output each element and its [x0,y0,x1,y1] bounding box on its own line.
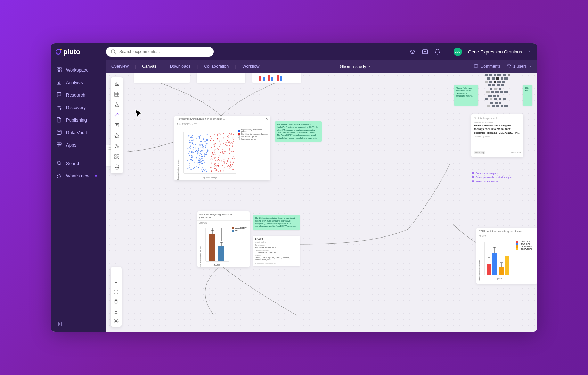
linked-experiment-card[interactable]: ⇱ Linked experiment Multi-omics example … [471,114,523,157]
bar-chart-card-zfp423-1[interactable]: Polycomb dysregulation in gliomagen... Z… [197,211,250,267]
tab-downloads[interactable]: Downloads [170,64,190,69]
svg-point-211 [205,169,206,170]
tab-canvas[interactable]: Canvas [142,64,156,69]
download-button[interactable] [111,307,121,316]
org-name[interactable]: Gene Expression Omnibus [468,49,522,55]
svg-point-375 [232,169,233,170]
svg-point-196 [191,152,192,153]
tab-workflow[interactable]: Workflow [242,64,259,69]
tool-star[interactable] [112,131,122,141]
book-icon [56,92,62,98]
action-select-analysis[interactable]: ▦Select previously created analysis [472,176,512,178]
svg-point-212 [207,150,209,151]
comments-button[interactable]: Comments [474,64,501,69]
svg-point-320 [226,163,227,164]
sticky-note[interactable]: 3,5... the... [523,85,532,106]
sidebar-item-datavault[interactable]: Data Vault [51,126,106,139]
bell-icon[interactable] [434,49,441,55]
sidebar-item-whatsnew[interactable]: What's new [51,169,106,182]
tool-shape[interactable] [112,141,122,151]
svg-point-326 [214,157,215,158]
tool-database[interactable] [112,162,122,172]
zoom-out-button[interactable]: − [111,277,121,287]
svg-point-344 [229,141,230,142]
users-button[interactable]: 1 users [506,64,532,69]
svg-point-296 [230,143,231,144]
tool-table[interactable] [112,89,122,99]
canvas[interactable]: 3- two ...ago Mouse (wild-type) astrocyt… [106,73,537,332]
sidebar-item-publishing[interactable]: Publishing [51,114,106,126]
svg-rect-68 [504,105,508,107]
logo[interactable]: pluto [56,48,80,56]
svg-rect-22 [271,77,273,81]
tool-wand[interactable] [112,110,122,120]
tab-collaboration[interactable]: Collaboration [204,64,229,69]
bar-chart-icon [114,81,120,86]
tool-flask[interactable] [112,100,122,109]
sticky-note-bar1[interactable]: Zfp423 is a transcription factor under d… [253,215,300,230]
external-link-icon[interactable]: ⇱ [266,117,268,120]
sidebar-item-discovery[interactable]: Discovery [51,101,106,114]
mini-chart-card[interactable] [252,73,301,83]
svg-rect-48 [486,91,490,93]
svg-point-100 [198,148,199,149]
project-title-dropdown[interactable]: Glioma study [340,64,372,69]
chevron-down-icon[interactable] [528,50,532,54]
sidebar-item-search[interactable]: Search [51,157,106,169]
svg-point-111 [191,140,193,141]
svg-rect-426 [117,157,118,158]
svg-point-333 [224,163,225,164]
action-select-data[interactable]: ▦Select data or results [472,180,512,183]
svg-rect-34 [501,77,503,80]
avatar[interactable]: GEO [454,48,462,56]
search-icon [110,49,116,55]
svg-point-199 [199,158,200,159]
svg-rect-31 [487,77,490,80]
svg-point-77 [202,167,203,168]
svg-rect-38 [494,81,496,83]
sidebar-item-research[interactable]: Research [51,89,106,101]
graduation-icon[interactable] [409,49,416,55]
svg-point-268 [219,146,220,147]
settings-button[interactable] [111,316,121,326]
sticky-note[interactable]: Mouse (wild-type) astrocytes were treate… [454,85,478,106]
svg-point-299 [210,136,211,137]
collapse-sidebar-button[interactable] [56,321,62,328]
topbar-actions: GEO Gene Expression Omnibus [409,48,532,56]
svg-point-146 [200,159,201,160]
sidebar-item-workspace[interactable]: Workspace [51,64,106,76]
tab-overview[interactable]: Overview [111,64,129,69]
zoom-in-button[interactable]: + [111,268,121,277]
mini-chart-card[interactable] [197,73,245,83]
sidebar-item-analysis[interactable]: Analysis [51,76,106,89]
svg-point-228 [206,139,207,140]
clipboard-button[interactable] [111,297,121,307]
search-box[interactable] [106,47,214,57]
svg-rect-6 [58,82,59,84]
mini-chart-card[interactable] [134,73,190,83]
svg-point-332 [218,170,219,171]
fullscreen-icon [114,290,119,294]
tool-text[interactable] [112,120,122,130]
search-input[interactable] [119,49,210,54]
mail-icon[interactable] [422,49,428,55]
svg-rect-33 [496,77,499,80]
heatmap-cluster[interactable] [483,73,523,114]
bar-chart-card-zfp423-2[interactable]: EZH2 inhibition as a targeted thera... Z… [476,228,537,284]
more-vertical-icon[interactable] [463,64,467,69]
tool-qr[interactable] [112,152,122,161]
svg-point-132 [201,158,202,159]
svg-point-99 [187,160,188,161]
fullscreen-button[interactable] [111,287,121,297]
svg-rect-52 [504,91,508,93]
svg-point-345 [223,143,224,144]
svg-point-206 [203,147,204,148]
gene-info-card[interactable]: Zfp423 protein-coding Target name zinc f… [253,236,300,266]
sticky-note-volcano[interactable]: AstroEGFP* samples are tumorigenic Ink4a… [275,121,322,142]
action-create-analysis[interactable]: ▦Create new analysis [472,172,512,174]
volcano-plot-card[interactable]: Polycomb dysregulation in gliomagen...⇱ … [174,116,270,180]
sidebar-label: Analysis [66,80,83,85]
svg-point-312 [211,156,212,157]
sidebar-item-apps[interactable]: Apps [51,139,106,151]
tool-bar-chart[interactable] [112,79,122,89]
